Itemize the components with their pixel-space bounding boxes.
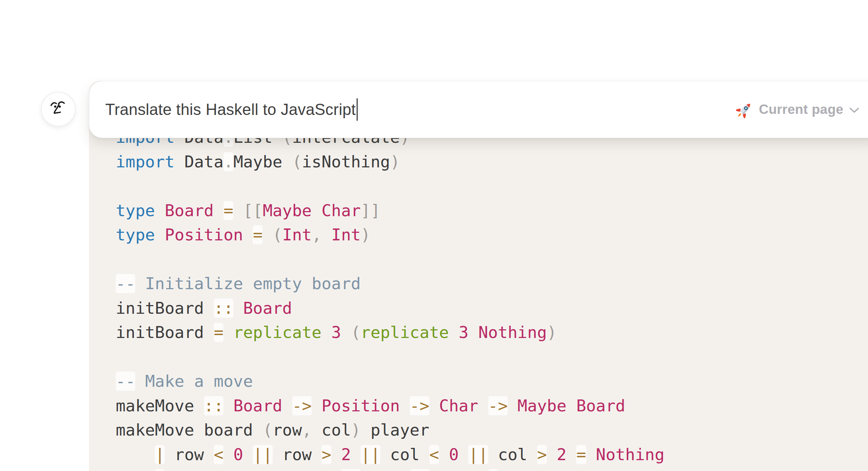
code-block: import Data.List (intercalate)import Dat… xyxy=(116,125,664,471)
code-line: -- Make a move xyxy=(116,369,664,394)
assistant-input-bar: Translate this Haskell to JavaScript Cur… xyxy=(89,81,868,138)
code-line: makeMove :: Board -> Position -> Char ->… xyxy=(116,394,664,418)
code-line: initBoard = replicate 3 (replicate 3 Not… xyxy=(116,320,664,345)
chevron-down-icon xyxy=(849,105,860,114)
page-content-panel: import Data.List (intercalate)import Dat… xyxy=(89,81,868,471)
code-line: type Position = (Int, Int) xyxy=(116,223,664,247)
code-line xyxy=(116,345,664,369)
code-line xyxy=(116,247,664,272)
code-line: makeMove board (row, col) player xyxy=(116,418,664,442)
code-line: | isNothing (board !! row !! col) = Just… xyxy=(116,467,664,471)
code-line: initBoard :: Board xyxy=(116,296,664,321)
code-line: type Board = [[Maybe Char]] xyxy=(116,198,664,223)
assistant-logo-button[interactable] xyxy=(41,92,76,127)
squiggle-face-logo-icon xyxy=(48,98,69,120)
prompt-input[interactable]: Translate this Haskell to JavaScript xyxy=(105,81,358,138)
prompt-input-value: Translate this Haskell to JavaScript xyxy=(105,100,356,119)
code-line: | row < 0 || row > 2 || col < 0 || col >… xyxy=(116,442,664,467)
context-selector[interactable]: Current page xyxy=(736,81,860,138)
rocket-icon xyxy=(736,101,753,118)
code-line: import Data.Maybe (isNothing) xyxy=(116,150,664,174)
code-line: -- Initialize empty board xyxy=(116,271,664,296)
text-caret xyxy=(357,98,358,121)
code-line xyxy=(116,174,664,198)
context-selector-label: Current page xyxy=(759,102,843,117)
